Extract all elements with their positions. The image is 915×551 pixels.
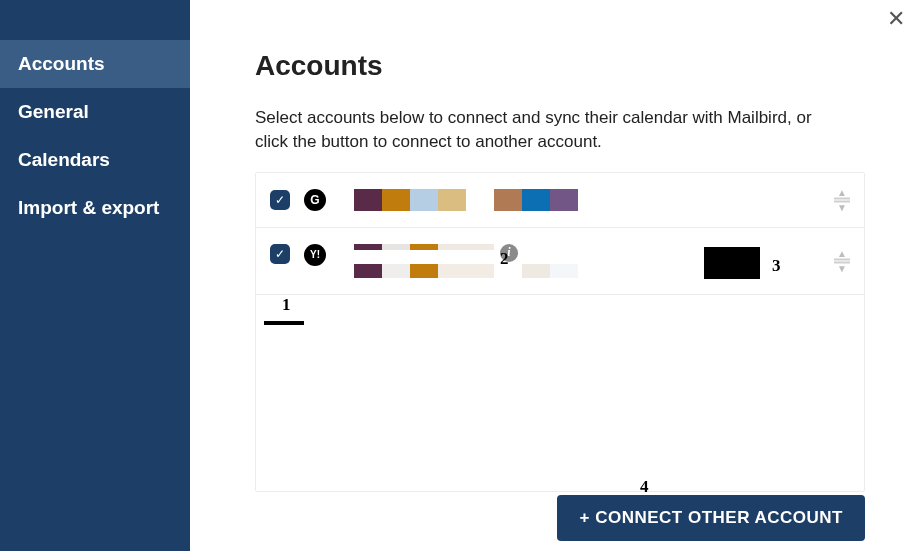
page-description: Select accounts below to connect and syn…: [255, 106, 815, 154]
color-swatch: [354, 244, 382, 250]
sidebar: Accounts General Calendars Import & expo…: [0, 0, 190, 551]
calendar-color-swatches: i: [354, 244, 578, 278]
annotation-marker: 1: [282, 295, 291, 315]
sidebar-item-label: General: [18, 101, 89, 122]
color-swatch: [382, 244, 410, 250]
annotation-marker: 4: [640, 477, 649, 497]
color-swatch: [550, 264, 578, 278]
color-swatch: [466, 264, 494, 278]
check-icon: ✓: [275, 247, 285, 261]
sidebar-item-general[interactable]: General: [0, 88, 190, 136]
color-swatch: [410, 189, 438, 211]
account-list: ✓ G ▲▼ ✓ Y!: [255, 172, 865, 492]
page-title: Accounts: [255, 50, 865, 82]
yahoo-icon: Y!: [304, 244, 326, 266]
drag-handle-icon[interactable]: ▲▼: [834, 249, 850, 272]
color-swatch: [410, 244, 438, 250]
google-icon: G: [304, 189, 326, 211]
color-swatch: [522, 189, 550, 211]
color-swatch: [550, 189, 578, 211]
sidebar-item-calendars[interactable]: Calendars: [0, 136, 190, 184]
sidebar-item-label: Accounts: [18, 53, 105, 74]
color-swatch: [382, 189, 410, 211]
color-swatch: [438, 264, 466, 278]
redaction-box: [704, 247, 760, 279]
color-swatch: [466, 244, 494, 250]
color-swatch: [354, 264, 382, 278]
color-swatch: [354, 189, 382, 211]
sidebar-item-label: Import & export: [18, 197, 159, 218]
account-checkbox[interactable]: ✓: [270, 190, 290, 210]
color-swatch: [438, 244, 466, 250]
sidebar-item-accounts[interactable]: Accounts: [0, 40, 190, 88]
color-swatch: [522, 264, 550, 278]
color-swatch: [438, 189, 466, 211]
connect-other-account-button[interactable]: + CONNECT OTHER ACCOUNT: [557, 495, 865, 541]
drag-handle-icon[interactable]: ▲▼: [834, 188, 850, 211]
account-checkbox[interactable]: ✓: [270, 244, 290, 264]
sidebar-item-import-export[interactable]: Import & export: [0, 184, 190, 232]
annotation-marker: 3: [772, 256, 781, 276]
calendar-color-swatches: [354, 189, 578, 211]
color-swatch: [466, 189, 494, 211]
main-content: ✕ Accounts Select accounts below to conn…: [190, 0, 915, 551]
check-icon: ✓: [275, 193, 285, 207]
color-swatch: [410, 264, 438, 278]
account-row[interactable]: ✓ G ▲▼: [256, 173, 864, 228]
annotation-marker: 2: [500, 249, 509, 269]
color-swatch: [494, 189, 522, 211]
sidebar-item-label: Calendars: [18, 149, 110, 170]
close-icon[interactable]: ✕: [887, 8, 905, 30]
color-swatch: [382, 264, 410, 278]
